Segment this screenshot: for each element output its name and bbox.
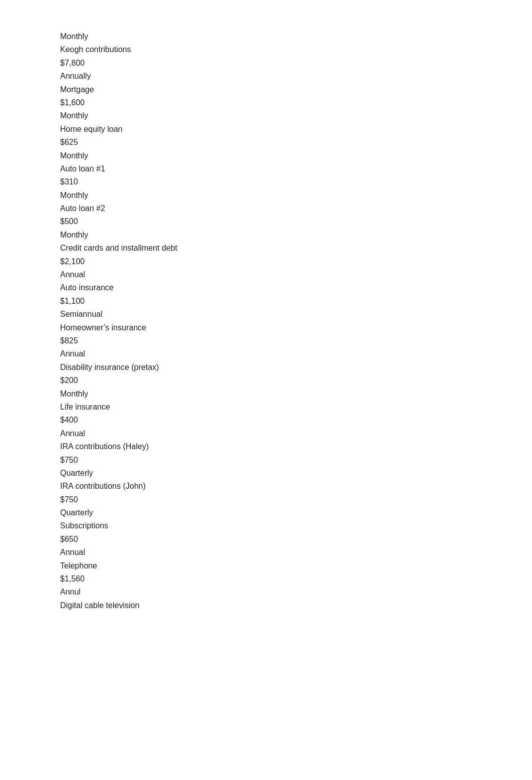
list-item: Semiannual xyxy=(60,308,472,321)
list-item: Keogh contributions xyxy=(60,43,472,56)
list-item: Monthly xyxy=(60,149,472,162)
list-item: $1,560 xyxy=(60,572,472,586)
list-item: Monthly xyxy=(60,109,472,122)
list-item: Disability insurance (pretax) xyxy=(60,361,472,374)
main-content: MonthlyKeogh contributions$7,800Annually… xyxy=(0,0,532,642)
list-item: $7,800 xyxy=(60,57,472,70)
list-item: Home equity loan xyxy=(60,123,472,136)
list-item: Quarterly xyxy=(60,506,472,519)
list-item: Annual xyxy=(60,546,472,559)
list-item: Monthly xyxy=(60,387,472,401)
list-item: Annual xyxy=(60,268,472,281)
list-item: Life insurance xyxy=(60,401,472,414)
list-item: $750 xyxy=(60,493,472,506)
list-item: Homeowner’s insurance xyxy=(60,321,472,334)
list-item: Annual xyxy=(60,347,472,360)
list-item: IRA contributions (John) xyxy=(60,480,472,493)
list-item: $310 xyxy=(60,175,472,188)
list-item: $500 xyxy=(60,215,472,228)
list-item: Subscriptions xyxy=(60,519,472,532)
list-item: $200 xyxy=(60,374,472,387)
list-item: Auto insurance xyxy=(60,281,472,294)
list-item: Monthly xyxy=(60,229,472,242)
list-item: $400 xyxy=(60,414,472,427)
list-item: Annul xyxy=(60,586,472,599)
list-item: Quarterly xyxy=(60,467,472,480)
list-item: Annual xyxy=(60,427,472,440)
list-item: $1,100 xyxy=(60,295,472,308)
list-item: Digital cable television xyxy=(60,599,472,612)
list-item: $825 xyxy=(60,334,472,347)
list-item: Auto loan #1 xyxy=(60,162,472,175)
list-item: Monthly xyxy=(60,189,472,202)
list-item: Annually xyxy=(60,70,472,83)
list-item: $750 xyxy=(60,454,472,467)
list-item: IRA contributions (Haley) xyxy=(60,440,472,453)
list-item: Telephone xyxy=(60,559,472,572)
list-item: Auto loan #2 xyxy=(60,202,472,215)
list-item: $625 xyxy=(60,136,472,149)
list-item: $2,100 xyxy=(60,255,472,268)
list-item: $1,600 xyxy=(60,96,472,109)
list-item: $650 xyxy=(60,533,472,546)
list-item: Mortgage xyxy=(60,83,472,96)
list-item: Credit cards and installment debt xyxy=(60,242,472,255)
list-item: Monthly xyxy=(60,30,472,43)
